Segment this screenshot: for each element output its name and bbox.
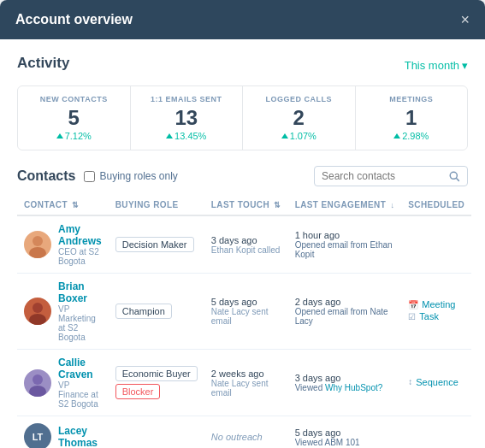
svg-point-5 [29,314,46,325]
scheduled-cell: 📅 Meeting ☑ Task [401,274,471,350]
stat-label-3: MEETINGS [366,95,458,103]
col-contact: CONTACT ⇅ [17,195,109,215]
activity-header: Activity This month ▾ [17,55,468,75]
scheduled-meeting: 📅 Meeting [408,299,464,309]
scheduled-cell [401,416,471,448]
stat-value-1: 13 [141,107,233,129]
svg-point-3 [29,247,46,258]
table-row: Amy Andrews CEO at S2 Bogota Decision Ma… [17,215,471,274]
buying-roles-text: Buying roles only [99,170,177,182]
scheduled-cell: ↕ Sequence [401,350,471,416]
avatar [24,231,51,258]
contacts-table: CONTACT ⇅ BUYING ROLE LAST TOUCH ⇅ LAST … [17,195,471,448]
trend-up-icon [281,133,288,139]
col-buying-role: BUYING ROLE [109,195,204,215]
stat-meetings: MEETINGS 1 2.98% [356,86,468,150]
stat-label-1: 1:1 EMAILS SENT [141,95,233,103]
table-header-row: CONTACT ⇅ BUYING ROLE LAST TOUCH ⇅ LAST … [17,195,471,215]
search-icon [449,171,460,182]
last-engagement-cell: 1 hour ago Opened email from Ethan Kopit [288,215,402,274]
last-touch-sub: Nate Lacy sent email [211,379,281,398]
last-engagement-text: 3 days ago [295,373,395,383]
contact-name[interactable]: Callie Craven [58,357,102,380]
buying-role-cell: Decision Maker [109,215,204,274]
scheduled-task: ☑ Task [408,311,464,321]
last-engagement-cell: 2 days ago Opened email from Nate Lacy [288,274,402,350]
scheduled-label: Meeting [422,299,455,309]
col-last-touch: LAST TOUCH ⇅ [204,195,288,215]
buying-role-badge-blocker: Blocker [115,384,161,399]
contact-cell: Amy Andrews CEO at S2 Bogota [17,215,109,274]
table-row: Callie Craven VP Finance at S2 Bogota Ec… [17,350,471,416]
last-touch-cell: 3 days ago Ethan Kopit called [204,215,288,274]
scheduled-sequence: ↕ Sequence [408,377,464,387]
svg-point-7 [29,386,46,397]
buying-role-badge: Decision Maker [115,237,194,252]
contact-role: VP Marketing at S2 Bogota [58,304,102,342]
last-touch-text: 2 weeks ago [211,368,281,379]
scheduled-label: Task [419,311,439,321]
last-touch-cell: No outreach [204,416,288,448]
sequence-icon: ↕ [408,377,412,386]
sort-icon: ⇅ [274,201,281,209]
stat-change-3: 2.98% [366,131,458,141]
last-touch-text: 5 days ago [211,297,281,307]
col-scheduled: SCHEDULED [401,195,471,215]
contacts-header: Contacts Buying roles only [17,166,468,186]
last-engagement-sub: Opened email from Ethan Kopit [295,240,395,259]
table-row: LT Lacey Thomas No outreach 5 days ago V… [17,416,471,448]
search-contacts-box[interactable] [314,166,468,186]
stat-label-2: LOGGED CALLS [253,95,345,103]
last-touch-sub: Ethan Kopit called [211,245,281,255]
task-icon: ☑ [408,312,416,321]
last-engagement-cell: 5 days ago Viewed ABM 101 [288,416,402,448]
buying-role-cell [109,416,204,448]
buying-roles-checkbox[interactable] [84,171,95,182]
contact-name[interactable]: Brian Boxer [58,280,102,304]
stat-value-3: 1 [366,107,458,129]
avatar [24,369,51,397]
avatar [24,298,51,325]
chevron-down-icon: ▾ [462,59,468,72]
stat-change-2: 1.07% [253,131,345,141]
scheduled-label: Sequence [416,377,458,387]
period-selector[interactable]: This month ▾ [405,59,468,72]
stat-emails-sent: 1:1 EMAILS SENT 13 13.45% [131,86,244,150]
sort-icon: ⇅ [72,201,79,209]
close-button[interactable]: × [460,12,470,27]
modal-title: Account overview [15,12,133,27]
trend-up-icon [393,133,400,139]
calendar-icon: 📅 [408,300,418,309]
last-engagement-sub: Viewed Why HubSpot? [295,383,395,392]
stat-new-contacts: NEW CONTACTS 5 7.12% [18,86,131,150]
contact-name[interactable]: Lacey Thomas [58,425,102,448]
contacts-left: Contacts Buying roles only [17,168,178,184]
trend-up-icon [56,133,63,139]
stat-label-0: NEW CONTACTS [28,95,120,103]
buying-role-cell: Economic Buyer Blocker [109,350,204,416]
buying-roles-checkbox-label[interactable]: Buying roles only [84,170,177,182]
buying-role-badge: Economic Buyer [115,366,198,381]
engagement-link[interactable]: Why HubSpot? [325,383,382,392]
modal-header: Account overview × [0,0,485,39]
modal-body: Activity This month ▾ NEW CONTACTS 5 7.1… [0,39,485,448]
search-contacts-input[interactable] [322,170,444,182]
period-label: This month [405,59,459,72]
last-engagement-sub: Opened email from Nate Lacy [295,307,395,326]
col-last-engagement: LAST ENGAGEMENT ↓ [288,195,402,215]
contact-cell: Brian Boxer VP Marketing at S2 Bogota [17,274,109,350]
sort-icon-active: ↓ [390,201,394,209]
stats-row: NEW CONTACTS 5 7.12% 1:1 EMAILS SENT 13 … [17,85,468,150]
activity-section-title: Activity [17,55,69,72]
avatar: LT [24,423,51,448]
last-engagement-text: 5 days ago [295,427,395,438]
contact-name[interactable]: Amy Andrews [58,223,102,247]
contact-role: VP Finance at S2 Bogota [58,380,102,409]
stat-logged-calls: LOGGED CALLS 2 1.07% [243,86,356,150]
last-touch-cell: 2 weeks ago Nate Lacy sent email [204,350,288,416]
contact-role: CEO at S2 Bogota [58,247,102,266]
buying-role-cell: Champion [109,274,204,350]
contact-cell: LT Lacey Thomas [17,416,109,448]
svg-point-4 [33,303,43,313]
last-touch-cell: 5 days ago Nate Lacy sent email [204,274,288,350]
